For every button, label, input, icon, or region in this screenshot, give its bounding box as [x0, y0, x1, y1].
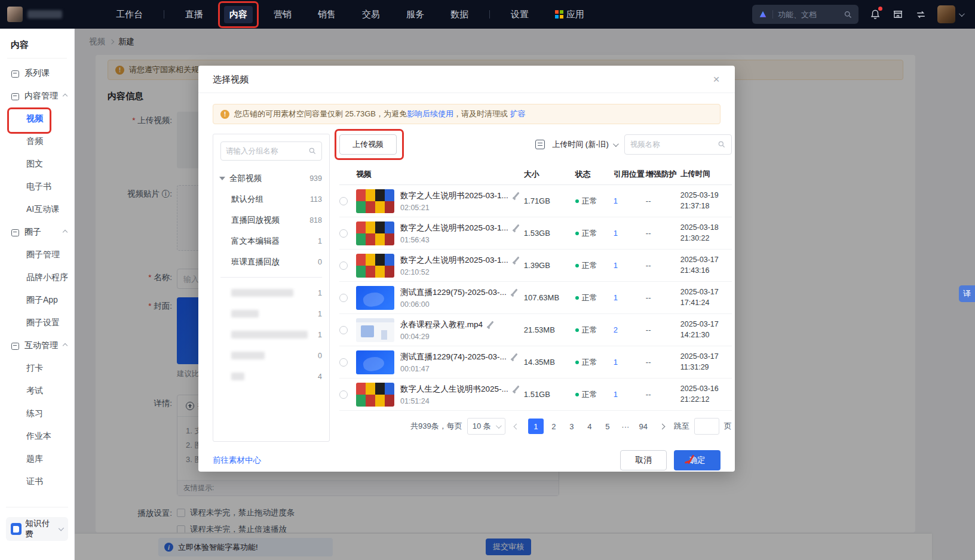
edit-pencil-icon[interactable]	[513, 256, 520, 264]
video-table-row[interactable]: 数字之人生说明书2025-03-1... 02:10:52 1.39GB 正常	[339, 250, 732, 282]
nav-item[interactable]: 交易	[357, 6, 385, 23]
next-page-button[interactable]	[656, 418, 669, 435]
radio-button[interactable]	[339, 261, 348, 270]
sidebar-item[interactable]: 圈子	[0, 221, 74, 244]
sidebar-item[interactable]: AI互动课	[0, 198, 74, 221]
switch-account[interactable]	[915, 8, 927, 20]
sidebar-item[interactable]: 品牌小程序	[0, 266, 74, 289]
edit-pencil-icon[interactable]	[513, 224, 520, 232]
caret-down-icon[interactable]	[219, 177, 225, 180]
sidebar-item[interactable]: 圈子设置	[0, 312, 74, 334]
group-item-redacted[interactable]: 1	[213, 303, 329, 324]
sidebar-item[interactable]: 作业本	[0, 425, 74, 448]
sidebar-item[interactable]: 圈子管理	[0, 244, 74, 266]
sidebar-item[interactable]: 考试	[0, 380, 74, 402]
radio-button[interactable]	[339, 294, 348, 302]
sidebar-item[interactable]: 打卡	[0, 357, 74, 380]
sort-dropdown[interactable]: 上传时间 (新-旧)	[552, 139, 617, 150]
refs-count-link[interactable]: 1	[614, 261, 646, 270]
nav-item[interactable]	[164, 10, 164, 19]
edit-pencil-icon[interactable]	[513, 192, 520, 199]
shop-entry[interactable]	[892, 8, 904, 20]
page-number-button[interactable]: ···	[618, 419, 633, 434]
group-item[interactable]: 班课直播回放 0	[213, 251, 329, 272]
sidebar-item[interactable]: 音频	[0, 130, 74, 153]
group-item-redacted[interactable]: 4	[213, 366, 329, 387]
refs-count-link[interactable]: 1	[614, 358, 646, 367]
user-menu[interactable]	[937, 5, 963, 23]
material-center-link[interactable]: 前往素材中心	[213, 455, 261, 466]
notifications-bell[interactable]	[869, 8, 881, 20]
sidebar-item[interactable]: 互动管理	[0, 334, 74, 357]
video-name-search-input[interactable]	[630, 140, 714, 149]
edit-pencil-icon[interactable]	[511, 288, 519, 296]
expand-storage-link[interactable]: 扩容	[510, 109, 526, 118]
confirm-button[interactable]: 确定	[674, 450, 720, 470]
video-table-row[interactable]: 数字之人生说明书2025-03-1... 02:05:21 1.71GB 正常	[339, 185, 732, 217]
sidebar-item[interactable]: 电子书	[0, 176, 74, 198]
group-item[interactable]: 富文本编辑器 1	[213, 230, 329, 251]
refs-count-link[interactable]: 1	[614, 293, 646, 302]
prev-page-button[interactable]	[510, 418, 523, 435]
video-table-row[interactable]: 测试直播1229(75)-2025-03-... 00:06:00 107.63…	[339, 282, 732, 314]
group-item[interactable]: 全部视频 939	[213, 168, 329, 189]
cancel-button[interactable]: 取消	[620, 450, 667, 470]
edit-pencil-icon[interactable]	[513, 385, 520, 393]
group-item-redacted[interactable]: 1	[213, 282, 329, 303]
radio-button[interactable]	[339, 358, 348, 367]
edit-pencil-icon[interactable]	[487, 321, 495, 328]
close-icon[interactable]: ×	[709, 72, 724, 87]
brand[interactable]	[0, 7, 111, 22]
radio-button[interactable]	[339, 229, 348, 238]
group-search-input[interactable]	[226, 147, 305, 155]
page-number-button[interactable]: 1	[528, 419, 544, 434]
page-number-button[interactable]: 5	[600, 419, 615, 434]
impact-link[interactable]: 影响后续使用	[407, 109, 453, 118]
page-number-button[interactable]: 2	[546, 419, 562, 434]
refs-count-link[interactable]: 1	[614, 390, 646, 399]
refs-count-link[interactable]: 2	[614, 325, 646, 334]
video-table-row[interactable]: 测试直播1229(74)-2025-03-... 00:01:47 14.35M…	[339, 346, 732, 379]
page-size-select[interactable]: 10 条	[467, 418, 505, 435]
jump-page-input[interactable]	[694, 418, 719, 435]
sidebar-item[interactable]: 图文	[0, 153, 74, 176]
nav-item[interactable]	[489, 10, 490, 19]
radio-button[interactable]	[339, 390, 348, 399]
sidebar-item[interactable]: 内容管理	[0, 85, 74, 107]
group-search[interactable]	[220, 141, 322, 161]
nav-item[interactable]: 内容	[224, 6, 253, 23]
page-number-button[interactable]: 3	[564, 419, 580, 434]
nav-item[interactable]: 工作台	[111, 6, 148, 23]
nav-item[interactable]: 直播	[180, 6, 209, 23]
global-search-input[interactable]	[778, 10, 839, 19]
radio-button[interactable]	[339, 197, 348, 205]
video-name-search[interactable]	[624, 134, 732, 155]
nav-item[interactable]: 应用	[550, 6, 590, 23]
sidebar-item[interactable]: 圈子App	[0, 289, 74, 312]
upload-video-button[interactable]: 上传视频	[339, 134, 397, 155]
nav-item[interactable]: 销售	[312, 6, 341, 23]
video-table-row[interactable]: 数字之人生说明书2025-03-1... 01:56:43 1.53GB 正常	[339, 217, 732, 250]
nav-item[interactable]: 数据	[445, 6, 474, 23]
video-table-row[interactable]: 永春课程录入教程.mp4 00:04:29 21.53MB 正常	[339, 314, 732, 346]
sidebar-item[interactable]: 视频	[0, 107, 74, 130]
nav-item[interactable]: 营销	[268, 6, 297, 23]
nav-item[interactable]: 设置	[505, 6, 534, 23]
nav-item[interactable]: 服务	[401, 6, 430, 23]
sidebar-item[interactable]: 练习	[0, 402, 74, 425]
page-number-button[interactable]: 94	[636, 419, 651, 434]
refs-count-link[interactable]: 1	[614, 229, 646, 238]
group-item-redacted[interactable]: 1	[213, 324, 329, 345]
group-item-redacted[interactable]: 0	[213, 345, 329, 366]
sidebar-item[interactable]: 系列课	[0, 62, 74, 85]
global-search[interactable]	[752, 5, 859, 24]
radio-button[interactable]	[339, 326, 348, 334]
translate-floating-button[interactable]: 译	[959, 285, 975, 302]
page-number-button[interactable]: 4	[582, 419, 597, 434]
sidebar-item[interactable]: 题库	[0, 448, 74, 470]
video-table-row[interactable]: 数字人生之人生说明书2025-... 01:51:24 1.51GB 正常	[339, 379, 732, 411]
edit-pencil-icon[interactable]	[511, 353, 519, 361]
refs-count-link[interactable]: 1	[614, 196, 646, 205]
product-switcher[interactable]: 知识付费	[6, 517, 68, 541]
sidebar-item[interactable]: 证书	[0, 470, 74, 493]
